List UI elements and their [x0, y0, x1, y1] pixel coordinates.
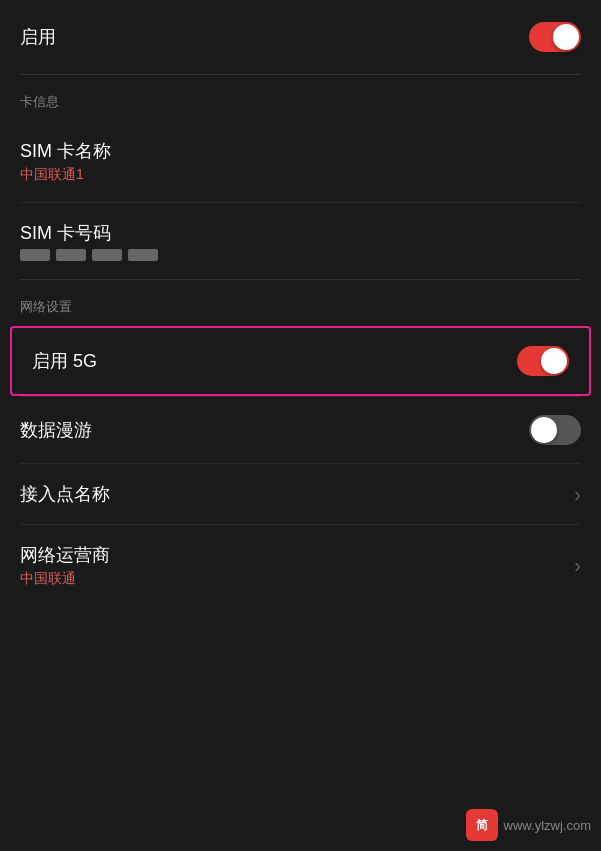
network-section-label: 网络设置	[0, 280, 601, 326]
apn-label: 接入点名称	[20, 482, 110, 506]
carrier-block: 网络运营商 中国联通	[20, 543, 110, 588]
carrier-value: 中国联通	[20, 570, 110, 588]
settings-page: 启用 卡信息 SIM 卡名称 中国联通1 SIM 卡号码 网络设置 启用 5G	[0, 0, 601, 851]
enable-5g-row[interactable]: 启用 5G	[10, 326, 591, 396]
mask-block-1	[20, 249, 50, 261]
enable-row[interactable]: 启用	[0, 0, 601, 74]
data-roaming-row[interactable]: 数据漫游	[0, 397, 601, 463]
mask-block-2	[56, 249, 86, 261]
sim-number-block: SIM 卡号码	[20, 221, 158, 261]
apn-row[interactable]: 接入点名称 ›	[0, 464, 601, 524]
sim-number-row: SIM 卡号码	[0, 203, 601, 279]
sim-name-row[interactable]: SIM 卡名称 中国联通1	[0, 121, 601, 202]
enable-label: 启用	[20, 25, 56, 49]
sim-number-mask	[20, 249, 158, 261]
watermark: 简 www.ylzwj.com	[466, 809, 591, 841]
watermark-logo: 简	[466, 809, 498, 841]
sim-name-block: SIM 卡名称 中国联通1	[20, 139, 111, 184]
data-roaming-label: 数据漫游	[20, 418, 92, 442]
sim-number-label: SIM 卡号码	[20, 221, 158, 245]
sim-name-value: 中国联通1	[20, 166, 111, 184]
carrier-chevron-icon: ›	[574, 554, 581, 577]
enable-toggle[interactable]	[529, 22, 581, 52]
watermark-text: www.ylzwj.com	[504, 818, 591, 833]
carrier-label: 网络运营商	[20, 543, 110, 567]
enable-5g-label: 启用 5G	[32, 349, 97, 373]
data-roaming-toggle[interactable]	[529, 415, 581, 445]
sim-name-label: SIM 卡名称	[20, 139, 111, 163]
mask-block-3	[92, 249, 122, 261]
carrier-row[interactable]: 网络运营商 中国联通 ›	[0, 525, 601, 606]
mask-block-4	[128, 249, 158, 261]
apn-chevron-icon: ›	[574, 483, 581, 506]
card-info-section-label: 卡信息	[0, 75, 601, 121]
enable-5g-toggle[interactable]	[517, 346, 569, 376]
